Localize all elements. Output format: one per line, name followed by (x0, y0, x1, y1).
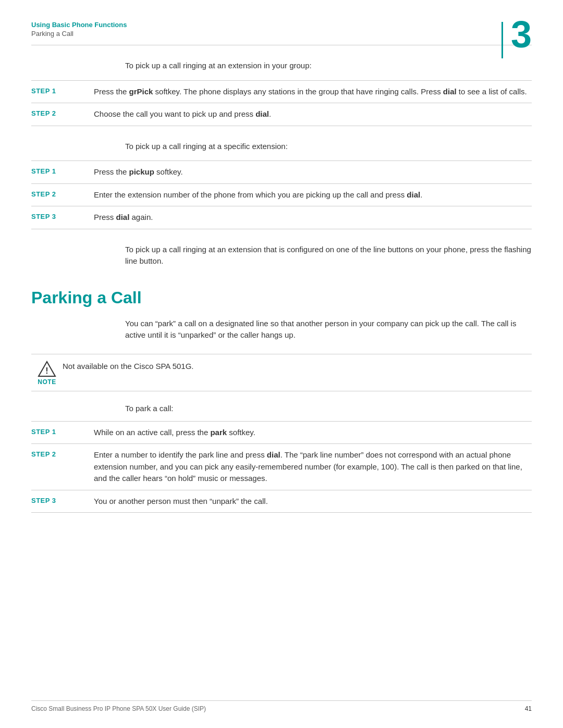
step-label-1-1: STEP 1 (31, 86, 94, 95)
step-row: STEP 1 Press the pickup softkey. (31, 161, 532, 183)
page-header: Using Basic Phone Functions Parking a Ca… (0, 0, 563, 38)
group2-end-divider (31, 229, 532, 229)
caution-icon: ! (38, 361, 56, 377)
parking-section-title: Parking a Call (31, 288, 532, 307)
chapter-title: Using Basic Phone Functions (31, 21, 532, 29)
closing-divider (31, 512, 532, 513)
page-footer: Cisco Small Business Pro IP Phone SPA 50… (31, 700, 532, 712)
note-icon-wrap: ! NOTE (31, 360, 63, 386)
note-label: NOTE (38, 378, 56, 386)
chapter-number: 3 (511, 16, 532, 53)
step-row: STEP 3 Press dial again. (31, 206, 532, 229)
note-content: Not available on the Cisco SPA 501G. (63, 360, 532, 373)
parking-steps: STEP 1 While on an active call, press th… (31, 421, 532, 513)
step-content-p1: While on an active call, press the park … (94, 427, 532, 439)
step-row: STEP 2 Choose the call you want to pick … (31, 103, 532, 126)
step-content-2-1: Press the pickup softkey. (94, 166, 532, 178)
step-label-p2: STEP 2 (31, 449, 94, 458)
footer-left: Cisco Small Business Pro IP Phone SPA 50… (31, 705, 206, 712)
step-row: STEP 2 Enter the extension number of the… (31, 183, 532, 206)
note-wrapper: ! NOTE Not available on the Cisco SPA 50… (31, 354, 532, 391)
step-content-2-3: Press dial again. (94, 212, 532, 224)
intro-group1: To pick up a call ringing at an extensio… (125, 60, 532, 72)
step-content-2-2: Enter the extension number of the phone … (94, 189, 532, 201)
footer-right: 41 (525, 705, 532, 712)
step-row: STEP 3 You or another person must then “… (31, 490, 532, 513)
step-row: STEP 1 Press the grPick softkey. The pho… (31, 80, 532, 103)
to-park-para: To park a call: (125, 404, 532, 413)
note-box: ! NOTE Not available on the Cisco SPA 50… (31, 354, 532, 391)
flashing-note: To pick up a call ringing at an extensio… (125, 244, 532, 267)
intro-group2: To pick up a call ringing at a specific … (125, 141, 532, 153)
steps-group1: STEP 1 Press the grPick softkey. The pho… (31, 80, 532, 126)
step-label-2-3: STEP 3 (31, 212, 94, 220)
steps-group2: STEP 1 Press the pickup softkey. STEP 2 … (31, 161, 532, 229)
chapter-bar (501, 22, 503, 58)
svg-text:!: ! (45, 366, 48, 375)
step-content-p2: Enter a number to identify the park line… (94, 449, 532, 485)
group1-end-divider (31, 126, 532, 126)
step-label-2-1: STEP 1 (31, 166, 94, 175)
parking-intro: You can “park” a call on a designated li… (125, 318, 532, 341)
sub-title: Parking a Call (31, 30, 532, 38)
step-label-1-2: STEP 2 (31, 108, 94, 117)
header-divider (31, 45, 532, 45)
step-row: STEP 2 Enter a number to identify the pa… (31, 443, 532, 490)
main-content: To pick up a call ringing at an extensio… (0, 60, 563, 513)
step-label-p1: STEP 1 (31, 427, 94, 436)
step-label-p3: STEP 3 (31, 496, 94, 504)
step-content-1-1: Press the grPick softkey. The phone disp… (94, 86, 532, 98)
step-content-1-2: Choose the call you want to pick up and … (94, 108, 532, 120)
step-row: STEP 1 While on an active call, press th… (31, 421, 532, 444)
step-label-2-2: STEP 2 (31, 189, 94, 198)
step-content-p3: You or another person must then “unpark”… (94, 496, 532, 508)
